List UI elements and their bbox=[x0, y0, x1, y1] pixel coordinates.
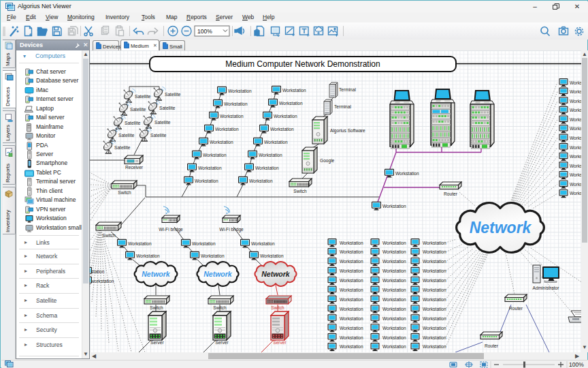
svg-text:Workstation: Workstation bbox=[340, 335, 363, 340]
svg-text:Workstation: Workstation bbox=[255, 166, 279, 170]
svg-text:Workstation: Workstation bbox=[340, 278, 363, 283]
svg-text:Satellite: Satellite bbox=[150, 133, 167, 138]
svg-text:Workstation: Workstation bbox=[382, 297, 406, 302]
svg-text:Workstation: Workstation bbox=[198, 166, 222, 170]
svg-text:Wi-Fi bridge: Wi-Fi bridge bbox=[219, 227, 244, 232]
svg-text:Workstation: Workstation bbox=[570, 117, 581, 122]
svg-text:Workstation: Workstation bbox=[423, 326, 446, 331]
svg-text:Workstation: Workstation bbox=[195, 179, 218, 183]
svg-text:Server: Server bbox=[150, 340, 164, 345]
svg-text:Workstation: Workstation bbox=[423, 307, 446, 311]
svg-text:Workstation: Workstation bbox=[382, 344, 406, 349]
svg-text:Satellite: Satellite bbox=[114, 145, 131, 150]
svg-text:Satellite: Satellite bbox=[118, 133, 135, 138]
svg-text:Workstation: Workstation bbox=[382, 326, 406, 331]
svg-text:Switch: Switch bbox=[213, 305, 227, 310]
svg-text:Workstation: Workstation bbox=[570, 191, 581, 196]
svg-text:Satellite: Satellite bbox=[165, 92, 181, 97]
svg-text:Network: Network bbox=[203, 270, 233, 278]
svg-text:Workstation: Workstation bbox=[340, 259, 363, 264]
svg-text:Workstation: Workstation bbox=[423, 344, 446, 349]
svg-text:Workstation: Workstation bbox=[570, 126, 581, 131]
svg-text:Workstation: Workstation bbox=[423, 316, 446, 321]
svg-text:Workstation: Workstation bbox=[423, 335, 446, 340]
svg-text:Workstation: Workstation bbox=[340, 326, 363, 331]
svg-text:station: station bbox=[91, 269, 105, 274]
svg-text:Workstation: Workstation bbox=[570, 182, 581, 187]
svg-text:Workstation: Workstation bbox=[340, 241, 363, 245]
svg-text:Workstation: Workstation bbox=[201, 254, 225, 258]
svg-text:Workstation: Workstation bbox=[128, 241, 152, 246]
svg-text:Switch: Switch bbox=[118, 190, 131, 195]
svg-text:Workstation: Workstation bbox=[251, 241, 275, 246]
svg-text:Switch: Switch bbox=[271, 305, 284, 310]
svg-text:Workstation: Workstation bbox=[264, 140, 288, 144]
svg-text:Workstation: Workstation bbox=[382, 241, 406, 245]
svg-text:Workstation: Workstation bbox=[340, 288, 363, 292]
svg-text:Workstation: Workstation bbox=[570, 99, 581, 104]
svg-text:Workstation: Workstation bbox=[259, 153, 282, 157]
svg-text:Google: Google bbox=[320, 158, 335, 164]
svg-text:Router: Router bbox=[444, 191, 458, 196]
svg-text:workstation: workstation bbox=[91, 279, 114, 283]
svg-text:Workstation: Workstation bbox=[203, 153, 227, 157]
svg-text:Workstation: Workstation bbox=[570, 89, 581, 94]
svg-text:Server: Server bbox=[215, 340, 229, 345]
svg-text:Algorius Software: Algorius Software bbox=[330, 128, 365, 134]
svg-text:Workstation: Workstation bbox=[423, 288, 446, 292]
svg-text:Network: Network bbox=[261, 270, 291, 278]
svg-text:Workstation: Workstation bbox=[570, 108, 581, 112]
svg-text:Workstation: Workstation bbox=[210, 140, 233, 144]
svg-text:Network: Network bbox=[142, 270, 171, 278]
svg-text:Satellite: Satellite bbox=[135, 94, 151, 99]
svg-text:Satellite: Satellite bbox=[159, 106, 176, 110]
svg-text:Switch: Switch bbox=[102, 233, 116, 238]
svg-text:Switch: Switch bbox=[293, 189, 307, 194]
svg-text:Workstation: Workstation bbox=[260, 254, 284, 258]
svg-text:Workstation: Workstation bbox=[215, 127, 239, 132]
svg-text:Workstation: Workstation bbox=[382, 204, 406, 209]
svg-text:Terminal: Terminal bbox=[339, 87, 356, 92]
svg-text:Workstation: Workstation bbox=[340, 297, 363, 302]
svg-text:Workstation: Workstation bbox=[395, 171, 419, 176]
svg-text:100%: 100% bbox=[197, 28, 212, 35]
svg-text:Workstation: Workstation bbox=[570, 80, 581, 85]
svg-text:Satellite: Satellite bbox=[130, 107, 146, 112]
svg-text:Workstation: Workstation bbox=[274, 114, 297, 119]
svg-text:Workstation: Workstation bbox=[570, 145, 581, 150]
svg-text:Workstation: Workstation bbox=[270, 127, 294, 132]
svg-text:Workstation: Workstation bbox=[282, 88, 306, 93]
svg-text:Administrator: Administrator bbox=[533, 286, 560, 290]
svg-text:Switch: Switch bbox=[150, 305, 163, 310]
svg-text:Satellite: Satellite bbox=[154, 120, 171, 125]
svg-text:Workstation: Workstation bbox=[249, 179, 273, 183]
svg-text:Workstation: Workstation bbox=[382, 335, 406, 340]
svg-text:Router: Router bbox=[485, 343, 499, 348]
svg-text:Satellite: Satellite bbox=[125, 121, 141, 125]
svg-text:Workstation: Workstation bbox=[382, 249, 406, 254]
svg-text:Workstation: Workstation bbox=[423, 241, 446, 245]
svg-text:Workstation: Workstation bbox=[340, 316, 363, 321]
svg-text:Medium Computer Network Demons: Medium Computer Network Demonstration bbox=[225, 59, 380, 69]
svg-text:Workstation: Workstation bbox=[382, 288, 406, 292]
svg-text:Workstation: Workstation bbox=[423, 297, 446, 302]
svg-text:Workstation: Workstation bbox=[570, 164, 581, 168]
svg-text:Workstation: Workstation bbox=[570, 136, 581, 140]
svg-text:Workstation: Workstation bbox=[423, 249, 446, 254]
svg-text:Workstation: Workstation bbox=[570, 172, 581, 177]
svg-text:Workstation: Workstation bbox=[224, 102, 248, 106]
svg-text:Workstation: Workstation bbox=[192, 241, 216, 246]
svg-text:Workstation: Workstation bbox=[340, 249, 363, 254]
svg-text:Workstation: Workstation bbox=[382, 259, 406, 264]
svg-text:Workstation: Workstation bbox=[340, 269, 363, 273]
svg-text:Workstation: Workstation bbox=[382, 278, 406, 283]
svg-text:Workstation: Workstation bbox=[279, 101, 303, 106]
svg-text:Workstation: Workstation bbox=[136, 254, 160, 258]
svg-text:Wi-Fi bridge: Wi-Fi bridge bbox=[159, 227, 183, 232]
svg-text:Receiver: Receiver bbox=[125, 165, 144, 170]
svg-text:Workstation: Workstation bbox=[423, 278, 446, 283]
svg-text:Workstation: Workstation bbox=[220, 114, 244, 119]
svg-text:Workstation: Workstation bbox=[423, 269, 446, 273]
svg-text:Workstation: Workstation bbox=[570, 154, 581, 159]
svg-text:Workstation: Workstation bbox=[340, 307, 363, 311]
